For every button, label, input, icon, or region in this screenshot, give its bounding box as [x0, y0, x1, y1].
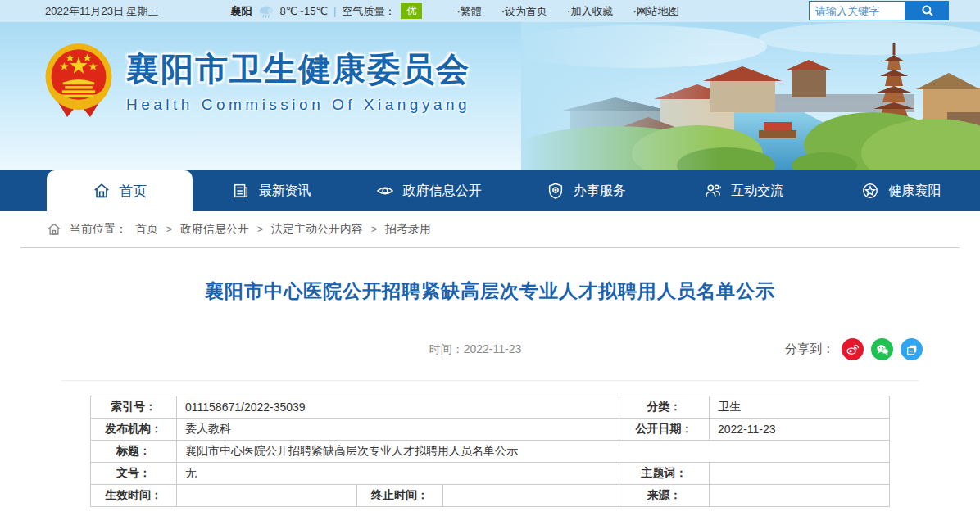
breadcrumb-separator: > — [371, 224, 377, 235]
source-value — [710, 485, 890, 507]
national-emblem-logo — [43, 42, 115, 119]
document-meta-table: 索引号： 011158671/2022-35039 分类： 卫生 发布机构： 委… — [90, 396, 890, 507]
air-quality-badge: 优 — [401, 3, 422, 19]
doc-number-label: 文号： — [91, 463, 177, 485]
title-label: 标题： — [91, 441, 177, 463]
table-row: 生效时间： 终止时间： 来源： — [91, 485, 890, 507]
site-brand: 襄阳市卫生健康委员会 Health Commission Of Xiangyan… — [43, 42, 470, 119]
top-links: ·繁體 ·设为首页 ·加入收藏 ·网站地图 — [456, 4, 678, 19]
star-circle-icon — [861, 182, 879, 200]
breadcrumb-home-icon — [47, 222, 61, 237]
nav-item-home[interactable]: 首页 — [47, 170, 193, 211]
publish-date-label: 公开日期： — [619, 419, 710, 441]
nav-item-gov-info[interactable]: 政府信息公开 — [350, 170, 507, 211]
search-button[interactable] — [905, 1, 949, 20]
nav-label: 首页 — [120, 182, 147, 201]
keywords-label: 主题词： — [619, 463, 710, 485]
main-nav: 首页 最新资讯 政府信息公开 办事服务 互动交流 健康襄阳 — [0, 170, 980, 211]
index-number-label: 索引号： — [91, 396, 177, 419]
table-row: 标题： 襄阳市中心医院公开招聘紧缺高层次专业人才拟聘用人员名单公示 — [91, 441, 890, 463]
nav-item-news[interactable]: 最新资讯 — [193, 170, 350, 211]
news-icon — [232, 182, 250, 200]
nav-label: 办事服务 — [574, 183, 626, 200]
page-title: 襄阳市中心医院公开招聘紧缺高层次专业人才拟聘用人员名单公示 — [0, 278, 980, 304]
article-meta-row: 时间：2022-11-23 分享到： — [0, 337, 980, 361]
nav-label: 最新资讯 — [259, 183, 311, 200]
banner-illustration — [521, 22, 980, 170]
nav-item-healthy-xiangyang[interactable]: 健康襄阳 — [823, 170, 980, 211]
category-value: 卫生 — [710, 396, 890, 419]
breadcrumb-link-statutory-disclosure[interactable]: 法定主动公开内容 — [271, 222, 363, 237]
copy-icon — [905, 343, 919, 356]
share-bar: 分享到： — [785, 338, 923, 360]
content-divider — [61, 380, 919, 381]
nav-label: 健康襄阳 — [888, 183, 941, 200]
index-number-value: 011158671/2022-35039 — [177, 396, 619, 419]
nav-label: 互动交流 — [731, 183, 783, 200]
brand-text: 襄阳市卫生健康委员会 Health Commission Of Xiangyan… — [126, 47, 470, 114]
breadcrumb-link-gov-info[interactable]: 政府信息公开 — [180, 222, 249, 237]
link-add-favorite[interactable]: ·加入收藏 — [567, 4, 613, 19]
breadcrumb-separator: > — [257, 224, 263, 235]
city-name: 襄阳 — [231, 4, 252, 19]
wechat-icon — [875, 342, 890, 357]
share-wechat-button[interactable] — [871, 338, 893, 360]
top-utility-bar: 2022年11月23日 星期三 襄阳 8℃~15℃ | 空气质量： 优 ·繁體 … — [0, 0, 980, 22]
share-label: 分享到： — [785, 342, 834, 357]
search-input[interactable] — [809, 1, 905, 20]
doc-number-value: 无 — [177, 463, 619, 485]
link-sitemap[interactable]: ·网站地图 — [633, 4, 678, 19]
search-icon — [920, 3, 935, 18]
weather-widget: 襄阳 8℃~15℃ | 空气质量： 优 — [231, 3, 423, 19]
shield-icon — [547, 182, 565, 200]
breadcrumb-link-recruitment[interactable]: 招考录用 — [385, 222, 431, 237]
nav-item-interaction[interactable]: 互动交流 — [665, 170, 823, 211]
link-traditional-chinese[interactable]: ·繁體 — [456, 4, 481, 19]
table-row: 索引号： 011158671/2022-35039 分类： 卫生 — [91, 396, 890, 419]
current-date: 2022年11月23日 星期三 — [45, 4, 159, 19]
breadcrumb-separator: > — [166, 224, 172, 235]
publish-date-value: 2022-11-23 — [710, 419, 890, 441]
site-title: 襄阳市卫生健康委员会 — [126, 47, 470, 92]
time-label: 时间： — [429, 342, 464, 355]
title-value: 襄阳市中心医院公开招聘紧缺高层次专业人才拟聘用人员名单公示 — [177, 441, 890, 463]
nav-item-services[interactable]: 办事服务 — [507, 170, 665, 211]
breadcrumb-label: 当前位置： — [70, 222, 127, 237]
source-label: 来源： — [619, 485, 710, 507]
expiry-date-value — [443, 485, 619, 507]
issuing-agency-value: 委人教科 — [177, 419, 619, 441]
effective-date-label: 生效时间： — [91, 485, 177, 507]
air-quality-label: 空气质量： — [342, 4, 395, 19]
expiry-date-label: 终止时间： — [357, 485, 443, 507]
issuing-agency-label: 发布机构： — [91, 419, 177, 441]
home-icon — [93, 182, 111, 200]
table-row: 发布机构： 委人教科 公开日期： 2022-11-23 — [91, 419, 890, 441]
breadcrumb-divider — [20, 247, 960, 248]
time-value: 2022-11-23 — [464, 342, 522, 355]
keywords-value — [710, 463, 890, 485]
weather-icon — [258, 4, 274, 19]
site-search — [809, 1, 949, 20]
people-chat-icon — [704, 182, 722, 200]
site-subtitle: Health Commission Of Xiangyang — [126, 96, 470, 114]
breadcrumb: 当前位置： 首页 > 政府信息公开 > 法定主动公开内容 > 招考录用 — [0, 211, 980, 247]
share-copy-button[interactable] — [901, 338, 923, 360]
temperature-range: 8℃~15℃ — [280, 5, 328, 17]
breadcrumb-link-home[interactable]: 首页 — [135, 222, 158, 237]
share-weibo-button[interactable] — [842, 338, 864, 360]
eye-icon — [376, 182, 394, 200]
pipe-separator: | — [333, 5, 336, 17]
weibo-icon — [846, 342, 860, 356]
category-label: 分类： — [619, 396, 710, 419]
effective-date-value — [177, 485, 357, 507]
site-banner: 襄阳市卫生健康委员会 Health Commission Of Xiangyan… — [0, 22, 980, 170]
nav-label: 政府信息公开 — [403, 183, 482, 200]
link-set-homepage[interactable]: ·设为首页 — [501, 4, 547, 19]
table-row: 文号： 无 主题词： — [91, 463, 890, 485]
